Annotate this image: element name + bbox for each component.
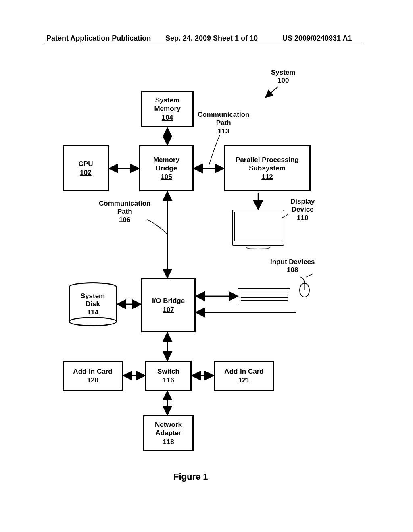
figure-caption: Figure 1 <box>173 472 208 482</box>
pps-box: Parallel Processing Subsystem 112 <box>224 145 311 191</box>
system-label: System 100 <box>271 69 295 85</box>
svg-line-2 <box>266 87 278 97</box>
system-disk-cyl: System Disk 114 <box>69 282 117 326</box>
date-sheet: Sep. 24, 2009 Sheet 1 of 10 <box>165 34 258 43</box>
monitor-icon <box>232 210 284 254</box>
header-rule <box>44 44 363 44</box>
mouse-icon <box>296 276 313 300</box>
addin-121-box: Add-In Card 121 <box>214 361 274 391</box>
io-bridge-box: I/O Bridge 107 <box>141 278 196 332</box>
diagram-area: System 100 System Memory 104 Communicati… <box>0 64 413 508</box>
network-adapter-box: Network Adapter 118 <box>143 415 194 451</box>
pub-text: Patent Application Publication <box>46 34 151 43</box>
keyboard-icon <box>238 288 290 303</box>
memory-bridge-box: Memory Bridge 105 <box>139 145 194 191</box>
system-memory-box: System Memory 104 <box>141 91 194 127</box>
input-devices-label: Input Devices 108 <box>270 258 315 274</box>
display-label: Display Device 110 <box>290 197 315 222</box>
addin-120-box: Add-In Card 120 <box>63 361 123 391</box>
comm-path-106-label: Communication Path 106 <box>99 200 150 224</box>
switch-box: Switch 116 <box>145 361 192 391</box>
cpu-box: CPU 102 <box>63 145 109 191</box>
comm-path-113-label: Communication Path 113 <box>198 111 249 135</box>
pub-number: US 2009/0240931 A1 <box>282 34 352 43</box>
